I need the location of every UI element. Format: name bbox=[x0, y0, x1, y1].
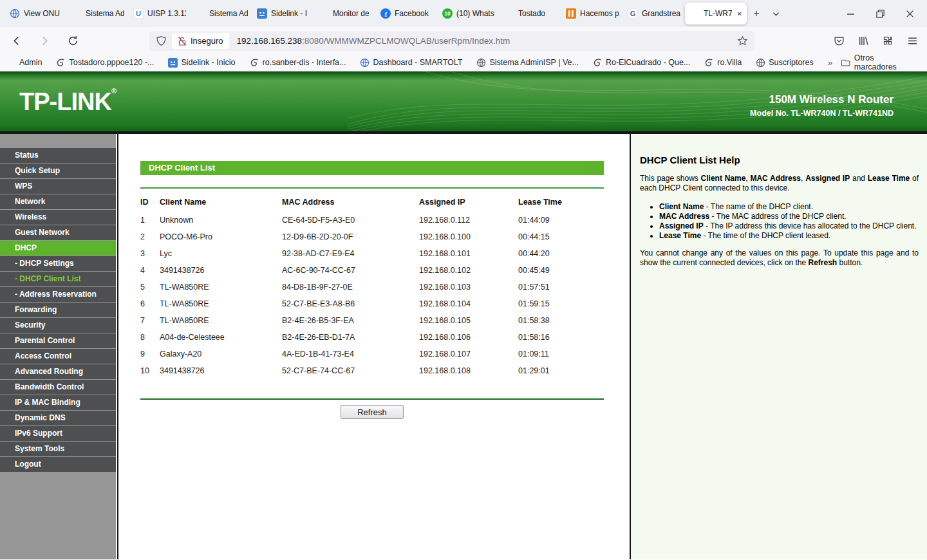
other-bookmarks[interactable]: Otros marcadores bbox=[841, 53, 918, 71]
bookmark-star-icon[interactable] bbox=[737, 35, 748, 46]
browser-tab-sistema-admin[interactable]: Sistema Admin bbox=[191, 3, 252, 24]
cell-assigned-ip: 192.168.0.107 bbox=[419, 346, 518, 362]
sidebar-menu: StatusQuick SetupWPSNetworkWirelessGuest… bbox=[0, 134, 117, 559]
sidebar-item-dhcp-settings[interactable]: - DHCP Settings bbox=[0, 256, 116, 271]
table-row: 8A04-de-CelesteeeB2-4E-26-EB-D1-7A192.16… bbox=[140, 329, 604, 346]
tab-label: Sistema Admin bbox=[86, 9, 124, 18]
browser-tab-tl-wr740n[interactable]: TL-WR740N✕ bbox=[685, 3, 747, 24]
router-header: TP-LINK® 150M Wireless N Router Model No… bbox=[0, 71, 927, 134]
sidebar-item-security[interactable]: Security bbox=[0, 318, 116, 333]
sidebar-item-dhcp[interactable]: DHCP bbox=[0, 241, 116, 256]
sidebar-item-ipv6-support[interactable]: IPv6 Support bbox=[0, 426, 116, 441]
sidebar-item-guest-network[interactable]: Guest Network bbox=[0, 225, 116, 240]
sidebar-item-access-control[interactable]: Access Control bbox=[0, 349, 116, 364]
help-term: MAC Address bbox=[659, 212, 709, 221]
restore-button[interactable] bbox=[865, 0, 895, 27]
list-tabs-chevron-icon[interactable] bbox=[766, 4, 785, 23]
cell-lease-time: 01:59:15 bbox=[518, 295, 604, 312]
bookmark-ro-elcuadrado-que[interactable]: Ro-ElCuadrado - Que... bbox=[593, 58, 690, 68]
column-header-mac-address: MAC Address bbox=[282, 189, 419, 212]
bookmark-tostadoro-pppoe120[interactable]: Tostadoro.pppoe120 -... bbox=[56, 58, 154, 68]
tab-label: Monitor de ab bbox=[333, 9, 371, 18]
page-content: StatusQuick SetupWPSNetworkWirelessGuest… bbox=[0, 134, 927, 559]
sidebar-item-forwarding[interactable]: Forwarding bbox=[0, 303, 116, 317]
cell-assigned-ip: 192.168.0.101 bbox=[419, 245, 518, 262]
reload-button[interactable] bbox=[63, 31, 82, 50]
sidebar-item-dynamic-dns[interactable]: Dynamic DNS bbox=[0, 411, 116, 425]
bookmark-label: Dashboard - SMARTOLT bbox=[373, 58, 462, 67]
cell-lease-time: 01:58:38 bbox=[518, 312, 604, 329]
blank-favicon bbox=[504, 8, 514, 19]
sidebar-item-status[interactable]: Status bbox=[0, 148, 116, 163]
browser-tab-tostado[interactable]: Tostado bbox=[500, 3, 561, 24]
sidebar-item-dhcp-client-list[interactable]: - DHCP Client List bbox=[0, 272, 116, 286]
back-button[interactable] bbox=[6, 31, 26, 50]
browser-tab-uisp-1-3-11[interactable]: UUISP 1.3.11 bbox=[129, 3, 191, 24]
browser-tab-view-onu[interactable]: View ONU bbox=[5, 3, 67, 24]
forward-button[interactable] bbox=[35, 31, 54, 50]
refresh-button[interactable]: Refresh bbox=[341, 405, 404, 419]
browser-tab-grandstrea[interactable]: GGrandstrea bbox=[623, 3, 685, 24]
sidebar-item-address-reservation[interactable]: - Address Reservation bbox=[0, 287, 116, 302]
cell-lease-time: 01:57:51 bbox=[518, 279, 604, 295]
help-desc: - The name of the DHCP client. bbox=[704, 202, 813, 211]
sidebar-item-network[interactable]: Network bbox=[0, 194, 116, 209]
help-footer: You cannot change any of the values on t… bbox=[640, 248, 919, 268]
browser-tab-monitor-de-ab[interactable]: Monitor de ab bbox=[314, 3, 376, 24]
cell-mac-address: 4A-ED-1B-41-73-E4 bbox=[282, 346, 419, 362]
new-tab-button[interactable]: + bbox=[747, 4, 766, 23]
tab-label: Facebook bbox=[395, 9, 433, 18]
close-window-button[interactable] bbox=[895, 0, 924, 27]
column-header-lease-time: Lease Time bbox=[518, 189, 604, 212]
browser-titlebar: View ONUSistema AdminUUISP 1.3.11Sistema… bbox=[0, 0, 927, 27]
cell-mac-address: 84-D8-1B-9F-27-0E bbox=[282, 279, 419, 295]
bookmark-ro-villa[interactable]: ro.Villa bbox=[704, 58, 742, 68]
sidebar-item-quick-setup[interactable]: Quick Setup bbox=[0, 163, 116, 178]
sidebar-item-parental-control[interactable]: Parental Control bbox=[0, 333, 116, 348]
bookmark-sidelink-inicio[interactable]: Sidelink - Inicio bbox=[168, 58, 235, 68]
sidebar-item-bandwidth-control[interactable]: Bandwidth Control bbox=[0, 380, 116, 395]
bookmark-label: ro.Villa bbox=[717, 58, 742, 67]
insecure-connection-chip[interactable]: Inseguro bbox=[172, 33, 229, 49]
cell-id: 6 bbox=[140, 295, 160, 312]
browser-tab-facebook[interactable]: fFacebook bbox=[376, 3, 438, 24]
bookmark-admin[interactable]: Admin bbox=[19, 58, 42, 67]
column-header-client-name: Client Name bbox=[160, 189, 282, 212]
cell-lease-time: 01:58:16 bbox=[518, 329, 604, 346]
bookmark-sistema-adminisp-ve[interactable]: Sistema AdminISP | Ve... bbox=[476, 58, 579, 68]
browser-tab-10-whats[interactable]: 10(10) Whats bbox=[438, 3, 500, 24]
cell-assigned-ip: 192.168.0.108 bbox=[419, 362, 518, 379]
cell-lease-time: 00:44:15 bbox=[518, 229, 604, 245]
url-bar[interactable]: Inseguro 192.168.165.238:8080/WMMWMZPCLM… bbox=[149, 31, 754, 51]
bookmark-suscriptores[interactable]: Suscriptores bbox=[756, 58, 813, 68]
cell-mac-address: B2-4E-26-B5-3F-EA bbox=[282, 312, 419, 329]
help-bullet: Lease Time - The time of the DHCP client… bbox=[659, 231, 919, 241]
shield-icon[interactable] bbox=[156, 35, 167, 46]
url-text: 192.168.165.238:8080/WMMWMZPCLMOWQLAB/us… bbox=[237, 36, 737, 46]
help-panel: DHCP Client List Help This page shows Cl… bbox=[631, 134, 927, 559]
library-icon[interactable] bbox=[858, 35, 869, 46]
close-tab-icon[interactable]: ✕ bbox=[736, 10, 742, 17]
help-desc: - The MAC address of the DHCP client. bbox=[709, 212, 846, 221]
browser-tab-hacemos-p[interactable]: Hacemos p bbox=[561, 3, 623, 24]
bookmark-ro-sanber-dis-interfa[interactable]: ro.sanber-dis - Interfa... bbox=[250, 58, 346, 68]
sidebar-item-wps[interactable]: WPS bbox=[0, 179, 116, 194]
menu-hamburger-icon[interactable] bbox=[907, 35, 918, 46]
sidebar-item-ip-mac-binding[interactable]: IP & MAC Binding bbox=[0, 395, 116, 410]
minimize-button[interactable] bbox=[836, 0, 865, 27]
pocket-icon[interactable] bbox=[834, 35, 845, 46]
table-row: 5TL-WA850RE84-D8-1B-9F-27-0E192.168.0.10… bbox=[140, 279, 604, 295]
bookmarks-overflow-chevron[interactable]: » bbox=[828, 58, 832, 68]
cell-client-name: Galaxy-A20 bbox=[160, 346, 282, 362]
browser-tab-sidelink-i[interactable]: Sidelink - I bbox=[252, 3, 314, 24]
browser-tab-sistema-admin[interactable]: Sistema Admin bbox=[67, 3, 129, 24]
extensions-puzzle-icon[interactable] bbox=[883, 35, 894, 46]
bookmark-dashboard-smartolt[interactable]: Dashboard - SMARTOLT bbox=[360, 58, 462, 68]
sidebar-item-advanced-routing[interactable]: Advanced Routing bbox=[0, 364, 116, 379]
sidebar-item-system-tools[interactable]: System Tools bbox=[0, 442, 116, 456]
url-path: :8080/WMMWMZPCLMOWQLAB/userRpm/Index.htm bbox=[302, 36, 510, 46]
cell-id: 8 bbox=[140, 329, 160, 346]
sidebar-item-logout[interactable]: Logout bbox=[0, 457, 116, 472]
tab-label: Sidelink - I bbox=[271, 9, 310, 18]
sidebar-item-wireless[interactable]: Wireless bbox=[0, 210, 116, 225]
